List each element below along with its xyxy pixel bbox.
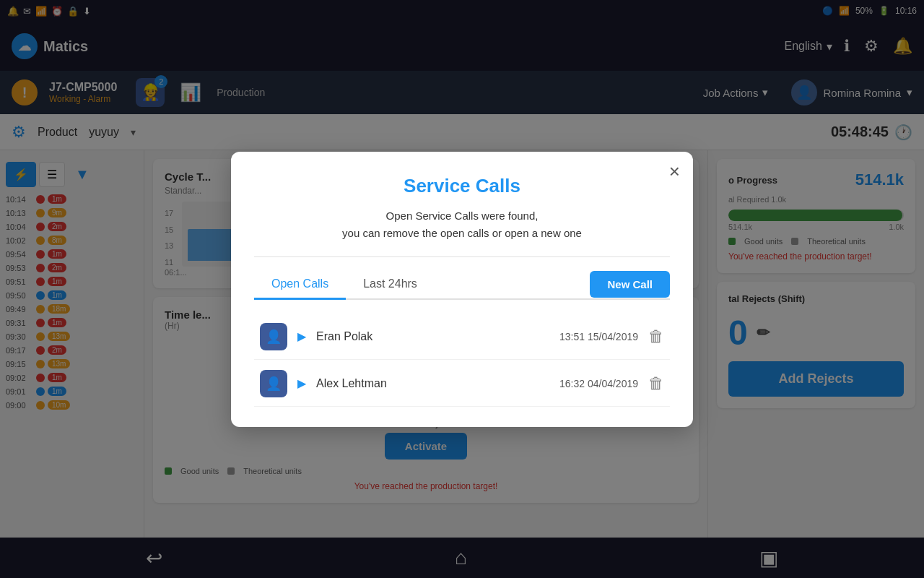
call-item-alex: 👤 ▶ Alex Lehtman 16:32 04/04/2019 🗑	[254, 361, 670, 407]
delete-call-eran-button[interactable]: 🗑	[648, 327, 664, 346]
call-arrow-alex: ▶	[297, 376, 306, 390]
call-avatar-alex: 👤	[260, 370, 287, 397]
tab-last-24hrs[interactable]: Last 24hrs	[346, 270, 435, 300]
delete-call-alex-button[interactable]: 🗑	[648, 374, 664, 393]
new-call-button[interactable]: New Call	[590, 271, 670, 298]
call-arrow-eran: ▶	[297, 329, 306, 343]
call-time-eran: 13:51 15/04/2019	[559, 331, 638, 342]
modal-overlay: × Service Calls Open Service Calls were …	[0, 0, 924, 578]
call-avatar-eran: 👤	[260, 323, 287, 350]
call-time-alex: 16:32 04/04/2019	[559, 378, 638, 389]
call-name-eran: Eran Polak	[316, 330, 549, 343]
call-list: 👤 ▶ Eran Polak 13:51 15/04/2019 🗑 👤 ▶ Al…	[254, 314, 670, 407]
call-name-alex: Alex Lehtman	[316, 377, 549, 390]
modal-title: Service Calls	[254, 175, 670, 197]
tab-open-calls[interactable]: Open Calls	[254, 270, 346, 300]
modal-close-button[interactable]: ×	[669, 162, 680, 181]
service-calls-modal: × Service Calls Open Service Calls were …	[231, 152, 693, 427]
modal-description: Open Service Calls were found,you can re…	[254, 207, 670, 242]
modal-tabs: Open Calls Last 24hrs New Call	[254, 270, 670, 300]
modal-divider	[254, 256, 670, 257]
call-item-eran: 👤 ▶ Eran Polak 13:51 15/04/2019 🗑	[254, 314, 670, 360]
